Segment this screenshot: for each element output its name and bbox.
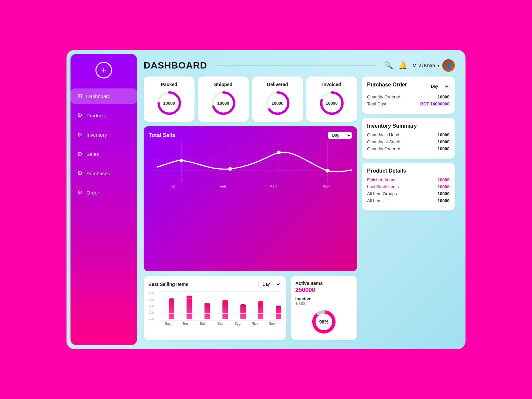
bar-col-book: [266, 306, 281, 319]
bar-label-bag: Bag: [159, 322, 177, 326]
purchase-order-row-1: Total Cost BDT 10000000: [367, 101, 450, 106]
prod-key-0: Finished Items: [367, 177, 395, 182]
product-details-title: Product Details: [367, 168, 450, 174]
notification-icon[interactable]: 🔔: [398, 61, 407, 70]
stat-cards: Packed 10000 Shipped: [144, 76, 357, 122]
purchase-order-dropdown[interactable]: Day Week: [427, 83, 450, 90]
shipped-label: Shipped: [214, 82, 232, 87]
bar-bat: [222, 300, 228, 319]
active-items-title: Active Items: [295, 281, 352, 286]
inv-row-0: Quantity in Hand 10000: [367, 132, 450, 137]
packed-circle: 10000: [156, 90, 183, 116]
bar-book: [276, 306, 281, 319]
packed-value: 10000: [163, 101, 175, 106]
packed-label: Packed: [161, 82, 177, 87]
header: DASHBOARD 🔍 🔔 Miraj Khan ▾ 👤: [144, 59, 455, 72]
bottom-row: Best Selling Items Day Week 500400300200…: [144, 276, 357, 340]
sidebar-item-purchases[interactable]: ⚙ Purchases: [70, 166, 137, 181]
product-details-rows: Finished Items 10000 Low Stock Items 100…: [367, 177, 450, 203]
sidebar-item-dashboard[interactable]: ⊞ Dashboard: [70, 88, 137, 104]
bar-ball: [204, 303, 210, 319]
bar-col-rice: [248, 301, 264, 319]
purchase-order-val-0: 10000: [438, 94, 450, 99]
purchases-icon: ⚙: [77, 170, 82, 177]
products-icon: ⚙: [77, 112, 82, 119]
inv-row-1: Quantity at Stock 10000: [367, 139, 450, 144]
chart-labels: Jan Feb March April: [149, 184, 352, 188]
bar-col-bat: [212, 300, 228, 319]
user-info[interactable]: Miraj Khan ▾ 👤: [413, 59, 455, 72]
prod-row-1: Low Stock Items 10000: [367, 184, 450, 189]
best-selling-card: Best Selling Items Day Week 500400300200…: [144, 276, 286, 340]
sidebar-label-order: Order: [86, 190, 99, 196]
bar-label-rice: Rice: [246, 322, 264, 326]
bar-bag: [169, 298, 174, 319]
prod-val-3: 10000: [438, 198, 450, 203]
invoiced-value: 10000: [326, 101, 337, 106]
inventory-summary-card: Inventory Summary Quantity in Hand 10000…: [362, 118, 455, 159]
prod-row-0: Finished Items 10000: [367, 177, 450, 182]
search-icon[interactable]: 🔍: [384, 61, 393, 70]
bar-label-bat: Bat: [211, 322, 229, 326]
purchase-order-row-0: Quantity Ordered 10000: [367, 94, 450, 99]
purchase-order-val-1: BDT 10000000: [420, 101, 450, 106]
header-divider: [215, 66, 376, 66]
sidebar-label-sales: Sales: [86, 151, 99, 157]
dashboard-icon: ⊞: [77, 92, 82, 100]
prod-key-2: All Item Groups: [367, 191, 397, 196]
inv-row-2: Quantity Ordered 10000: [367, 146, 450, 151]
order-icon: ⚙: [77, 189, 82, 196]
stat-card-invoiced: Invoiced 10000: [306, 76, 357, 122]
best-selling-dropdown[interactable]: Day Week: [258, 281, 281, 288]
invoiced-circle: 10000: [319, 90, 345, 116]
chart-label-jan: Jan: [171, 184, 177, 188]
sidebar-item-order[interactable]: ⚙ Order: [70, 185, 137, 200]
prod-val-1: 10000: [438, 184, 450, 189]
bar-label-tea: Tea: [177, 322, 194, 326]
invoiced-label: Invoiced: [322, 82, 341, 87]
delivered-value: 10000: [271, 101, 283, 106]
purchase-order-title: Purchase Order: [367, 82, 407, 88]
sales-icon: ⚙: [77, 150, 82, 158]
inv-key-0: Quantity in Hand: [367, 132, 399, 137]
outer-container: + ⊞ Dashboard ⚙ Products ⚙ Inventory ⚙ S…: [66, 50, 466, 349]
shipped-circle: 10000: [210, 90, 237, 116]
chart-title: Total Sells: [149, 132, 175, 138]
sidebar-item-sales[interactable]: ⚙ Sales: [70, 146, 137, 162]
prod-val-0: 10000: [438, 177, 450, 182]
sells-chart-svg: [149, 142, 352, 182]
stat-card-packed: Packed 10000: [144, 76, 195, 122]
svg-point-18: [326, 169, 330, 173]
inv-val-1: 10000: [438, 139, 450, 144]
chart-label-april: April: [323, 184, 330, 188]
delivered-circle: 10000: [264, 90, 291, 116]
stat-card-shipped: Shipped 10000: [198, 76, 249, 122]
inventory-icon: ⚙: [77, 131, 82, 138]
donut-chart: 90%: [311, 309, 337, 335]
svg-point-16: [228, 167, 232, 171]
add-button[interactable]: +: [95, 62, 112, 78]
stat-card-delivered: Delivered 10000: [252, 76, 303, 122]
product-details-card: Product Details Finished Items 10000 Low…: [362, 163, 455, 210]
active-items-card: Active Items 250000 Inactive 10000 90%: [291, 276, 357, 340]
inventory-summary-rows: Quantity in Hand 10000 Quantity at Stock…: [367, 132, 450, 151]
svg-point-17: [277, 151, 281, 154]
inv-val-2: 10000: [438, 146, 450, 151]
sidebar-label-products: Products: [86, 113, 106, 118]
prod-val-2: 10000: [438, 191, 450, 196]
bar-labels-row: BagTeaBallBatEggRiceBook: [159, 322, 281, 326]
bar-col-bag: [159, 298, 174, 319]
sells-day-dropdown[interactable]: Day Week Month: [328, 132, 352, 139]
sidebar-item-inventory[interactable]: ⚙ Inventory: [70, 127, 137, 142]
main-content: DASHBOARD 🔍 🔔 Miraj Khan ▾ 👤 Packed: [137, 54, 462, 345]
inactive-label: Inactive: [295, 296, 352, 301]
page-title: DASHBOARD: [144, 60, 207, 71]
bar-col-egg: [230, 304, 246, 319]
user-name: Miraj Khan: [413, 63, 435, 68]
best-selling-title: Best Selling Items: [148, 282, 189, 287]
inventory-summary-title: Inventory Summary: [367, 123, 450, 129]
sidebar-label-dashboard: Dashboard: [86, 93, 110, 99]
sidebar-item-products[interactable]: ⚙ Products: [70, 108, 137, 123]
delivered-label: Delivered: [267, 82, 288, 87]
prod-key-1: Low Stock Items: [367, 184, 399, 189]
